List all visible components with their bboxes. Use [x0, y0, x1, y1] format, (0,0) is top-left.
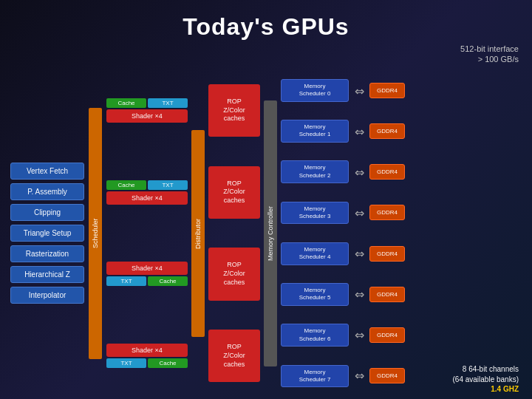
arrow-6: ⇔	[355, 328, 364, 342]
gddr-box-3: GDDR4	[369, 205, 405, 220]
arrow-0: ⇔	[355, 84, 364, 98]
txt-box-4: TXT	[106, 358, 146, 368]
mem-sched-6: MemoryScheduler 6	[281, 324, 349, 347]
pipeline-column: Vertex Fetch P. Assembly Clipping Triang…	[10, 71, 84, 396]
gddr-section: GDDR4 GDDR4 GDDR4 GDDR4 GDDR4 GDDR4 GDDR…	[369, 71, 405, 396]
txt-box-3: TXT	[106, 276, 146, 286]
txt-box-1: TXT	[148, 98, 188, 108]
shader-group-1: Cache TXT Shader ×4	[106, 98, 188, 123]
mem-sched-1: MemoryScheduler 1	[281, 120, 349, 143]
arrow-5: ⇔	[355, 287, 364, 301]
mem-sched-7: MemoryScheduler 7	[281, 365, 349, 388]
pipeline-clipping: Clipping	[10, 204, 84, 221]
memory-scheduler-section: MemoryScheduler 0 MemoryScheduler 1 Memo…	[281, 71, 349, 396]
page-title: Today's GPUs	[0, 0, 532, 44]
scheduler-bar: Scheduler	[89, 108, 102, 359]
mem-sched-4: MemoryScheduler 4	[281, 242, 349, 265]
mem-sched-2: MemoryScheduler 2	[281, 160, 349, 183]
rop-block-3: ROPZ/Colorcaches	[208, 248, 260, 300]
pipeline-vertex-fetch: Vertex Fetch	[10, 163, 84, 180]
rop-block-1: ROPZ/Colorcaches	[208, 84, 260, 137]
shader-box-2: Shader ×4	[106, 191, 188, 205]
mem-sched-0: MemoryScheduler 0	[281, 79, 349, 102]
pipeline-hierarchical-z: Hierarchical Z	[10, 266, 84, 283]
gddr-box-4: GDDR4	[369, 246, 405, 262]
arrow-2: ⇔	[355, 166, 364, 180]
memory-controller-bar: Memory Controller	[264, 100, 277, 366]
rop-section: ROPZ/Colorcaches ROPZ/Colorcaches ROPZ/C…	[208, 71, 260, 396]
cache-box-1: Cache	[106, 98, 146, 108]
cache-box-3: Cache	[148, 276, 188, 286]
gddr-box-2: GDDR4	[369, 164, 405, 180]
shader-group-2: Cache TXT Shader ×4	[106, 180, 188, 205]
memory-controller-column: Memory Controller	[263, 71, 278, 396]
arrow-7: ⇔	[355, 369, 364, 383]
distributor-bar: Distributor	[191, 130, 205, 337]
shader-section: Cache TXT Shader ×4 Cache TXT Shader ×4 …	[106, 71, 188, 396]
shader-group-3: Shader ×4 TXT Cache	[106, 262, 188, 286]
shader-box-1: Shader ×4	[106, 109, 188, 123]
arrow-column: ⇔ ⇔ ⇔ ⇔ ⇔ ⇔ ⇔ ⇔	[352, 71, 366, 396]
distributor-column: Distributor	[191, 71, 205, 396]
footer-channels: 8 64-bit channels(64 available banks)	[453, 364, 519, 385]
gddr-box-7: GDDR4	[369, 368, 405, 383]
subtitle: 512-bit interface > 100 GB/s	[0, 44, 532, 65]
scheduler-column: Scheduler	[87, 71, 103, 396]
rop-block-2: ROPZ/Colorcaches	[208, 166, 260, 219]
cache-box-4: Cache	[148, 358, 188, 368]
gddr-box-5: GDDR4	[369, 287, 405, 302]
cache-box-2: Cache	[106, 180, 146, 190]
shader-box-4: Shader ×4	[106, 344, 188, 357]
shader-group-4: Shader ×4 TXT Cache	[106, 344, 188, 368]
pipeline-rasterization: Rasterization	[10, 245, 84, 262]
footer-frequency: 1.4 GHZ	[453, 385, 519, 393]
arrow-4: ⇔	[355, 247, 364, 261]
rop-block-4: ROPZ/Colorcaches	[208, 330, 260, 382]
footer: 8 64-bit channels(64 available banks) 1.…	[453, 364, 519, 393]
pipeline-interpolator: Interpolator	[10, 287, 84, 304]
pipeline-p-assembly: P. Assembly	[10, 183, 84, 200]
txt-box-2: TXT	[148, 180, 188, 190]
shader-box-3: Shader ×4	[106, 262, 188, 275]
pipeline-triangle-setup: Triangle Setup	[10, 225, 84, 242]
mem-sched-5: MemoryScheduler 5	[281, 283, 349, 306]
gddr-box-6: GDDR4	[369, 327, 405, 343]
gddr-box-1: GDDR4	[369, 123, 405, 139]
gddr-box-0: GDDR4	[369, 83, 405, 98]
arrow-3: ⇔	[355, 206, 364, 220]
arrow-1: ⇔	[355, 125, 364, 139]
mem-sched-3: MemoryScheduler 3	[281, 202, 349, 225]
